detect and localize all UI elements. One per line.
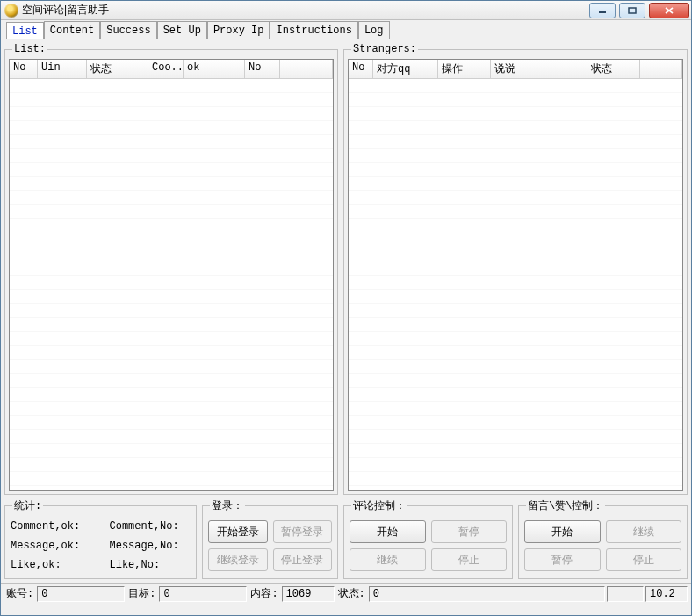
stat-comment-ok: Comment,ok: <box>11 520 92 533</box>
comment-stop-button[interactable]: 停止 <box>431 548 508 571</box>
sb-extra1 <box>607 586 644 602</box>
list-col-no2[interactable]: No <box>245 60 280 78</box>
strangers-group: Strangers: No对方qq操作说说状态 <box>343 43 688 495</box>
strangers-legend: Strangers: <box>351 43 418 55</box>
strangers-body[interactable] <box>349 79 682 490</box>
login-pause-button[interactable]: 暂停登录 <box>273 520 333 543</box>
minimize-button[interactable] <box>589 3 616 18</box>
login-resume-button[interactable]: 继续登录 <box>208 548 268 571</box>
msglike-stop-button[interactable]: 停止 <box>606 548 682 571</box>
comment-ctrl-legend: 评论控制： <box>351 498 407 513</box>
sb-content-value: 1069 <box>282 586 335 602</box>
strangers-col-no[interactable]: No <box>349 60 373 78</box>
comment-pause-button[interactable]: 暂停 <box>431 520 508 543</box>
strangers-col-spacer <box>640 60 682 78</box>
status-bar: 账号: 0 目标: 0 内容: 1069 状态: 0 10.2 <box>1 583 691 604</box>
maximize-button[interactable] <box>619 3 645 18</box>
sb-content-label: 内容: <box>249 586 279 601</box>
msglike-pause-button[interactable]: 暂停 <box>524 548 601 571</box>
tab-list[interactable]: List <box>6 22 44 39</box>
sb-extra2: 10.2 <box>645 586 688 602</box>
login-stop-button[interactable]: 停止登录 <box>273 548 333 571</box>
stat-message-ok: Message,ok: <box>11 540 92 552</box>
tab-instr[interactable]: Instructions <box>270 21 357 39</box>
stat-like-no: Like,No: <box>110 559 191 571</box>
tab-success[interactable]: Success <box>100 21 156 39</box>
svg-rect-1 <box>629 8 636 13</box>
strangers-col-state[interactable]: 状态 <box>587 60 640 78</box>
list-col-ok[interactable]: ok <box>184 60 245 78</box>
close-button[interactable] <box>649 3 689 18</box>
msglike-start-button[interactable]: 开始 <box>524 520 601 543</box>
titlebar: 空间评论|留言助手 <box>1 1 691 20</box>
sb-target-value: 0 <box>159 586 247 602</box>
sb-account-value: 0 <box>37 586 125 602</box>
stat-comment-no: Comment,No: <box>110 520 191 533</box>
list-group: List: NoUin状态Coo...okNo <box>4 43 338 495</box>
sb-target-label: 目标: <box>126 586 157 601</box>
login-group: 登录： 开始登录 暂停登录 继续登录 停止登录 <box>202 498 338 579</box>
window-title: 空间评论|留言助手 <box>22 3 587 18</box>
list-col-no[interactable]: No <box>10 60 38 78</box>
stats-group: 统计: Comment,ok: Comment,No: Message,ok: … <box>4 498 197 579</box>
comment-start-button[interactable]: 开始 <box>350 520 426 543</box>
stats-legend: 统计: <box>12 498 43 513</box>
msglike-resume-button[interactable]: 继续 <box>606 520 682 543</box>
list-col-spacer <box>280 60 333 78</box>
list-legend: List: <box>12 43 47 55</box>
list-col-coo[interactable]: Coo... <box>148 60 184 78</box>
sb-state-label: 状态: <box>336 586 367 601</box>
strangers-col-shuo[interactable]: 说说 <box>491 60 587 78</box>
tab-proxy[interactable]: Proxy Ip <box>207 21 270 39</box>
list-col-uin[interactable]: Uin <box>38 60 87 78</box>
tab-bar: ListContentSuccessSet UpProxy IpInstruct… <box>1 20 691 39</box>
msglike-ctrl-legend: 留言\赞\控制： <box>526 498 605 513</box>
list-body[interactable] <box>10 79 333 490</box>
login-start-button[interactable]: 开始登录 <box>208 520 268 543</box>
sb-state-value: 0 <box>369 586 605 602</box>
tab-setup[interactable]: Set Up <box>157 21 207 39</box>
strangers-col-qq[interactable]: 对方qq <box>373 60 438 78</box>
tab-log[interactable]: Log <box>358 21 390 39</box>
stat-message-no: Message,No: <box>110 540 191 552</box>
strangers-listview[interactable]: No对方qq操作说说状态 <box>348 59 683 491</box>
comment-ctrl-group: 评论控制： 开始 暂停 继续 停止 <box>343 498 513 579</box>
comment-resume-button[interactable]: 继续 <box>350 548 426 571</box>
login-legend: 登录： <box>210 498 245 513</box>
list-listview[interactable]: NoUin状态Coo...okNo <box>9 59 334 491</box>
list-col-state[interactable]: 状态 <box>87 60 148 78</box>
app-icon <box>4 4 18 18</box>
tab-content[interactable]: Content <box>44 21 100 39</box>
sb-account-label: 账号: <box>4 586 35 601</box>
strangers-col-op[interactable]: 操作 <box>438 60 491 78</box>
stat-like-ok: Like,ok: <box>11 559 92 571</box>
msglike-ctrl-group: 留言\赞\控制： 开始 继续 暂停 停止 <box>518 498 688 579</box>
